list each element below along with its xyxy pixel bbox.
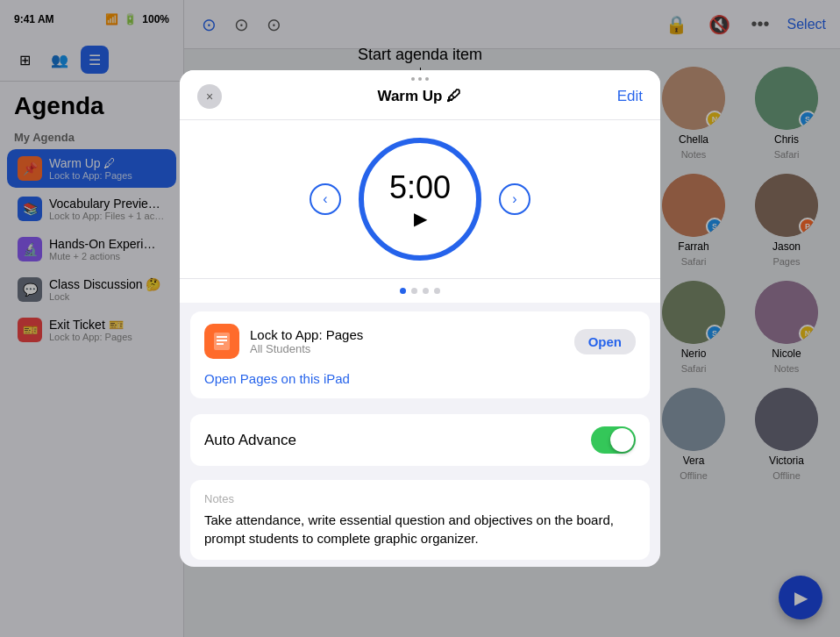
open-button[interactable]: Open — [574, 329, 636, 354]
agenda-modal: × Warm Up 🖊 Edit ‹ 5:00 ▶ › — [180, 70, 660, 567]
timer-next-button[interactable]: › — [499, 183, 530, 215]
modal-close-button[interactable]: × — [197, 84, 222, 109]
lock-app-subtitle: All Students — [250, 342, 564, 355]
open-pages-link[interactable]: Open Pages on this iPad — [190, 371, 650, 398]
auto-advance-toggle[interactable] — [591, 426, 636, 454]
lock-app-row: Lock to App: Pages All Students Open — [190, 311, 650, 371]
lock-app-title: Lock to App: Pages — [250, 327, 564, 342]
action-section: Lock to App: Pages All Students Open Ope… — [190, 311, 650, 398]
timer-circle[interactable]: 5:00 ▶ — [359, 138, 481, 261]
modal-overlay[interactable]: Start agenda item × Warm Up 🖊 Edit ‹ 5:0… — [0, 0, 840, 637]
auto-advance-section: Auto Advance — [190, 414, 650, 466]
timer-dot-4 — [434, 288, 440, 294]
toggle-knob — [610, 428, 634, 452]
drag-handle — [411, 77, 429, 81]
timer-dot-1 — [400, 288, 406, 294]
timer-page-dots — [180, 279, 660, 303]
pages-app-icon — [204, 324, 239, 359]
timer-play-icon: ▶ — [414, 208, 427, 229]
modal-edit-button[interactable]: Edit — [617, 88, 643, 105]
timer-dot-3 — [423, 288, 429, 294]
notes-text: Take attendance, write essential questio… — [204, 511, 636, 548]
callout-label: Start agenda item — [358, 46, 482, 64]
auto-advance-label: Auto Advance — [204, 432, 296, 449]
timer-prev-button[interactable]: ‹ — [310, 183, 341, 215]
pages-icon-svg — [211, 331, 232, 352]
modal-title: Warm Up 🖊 — [377, 88, 461, 105]
lock-app-text: Lock to App: Pages All Students — [250, 327, 564, 355]
notes-label: Notes — [204, 492, 636, 505]
timer-display: 5:00 — [389, 169, 451, 206]
timer-section: ‹ 5:00 ▶ › — [180, 120, 660, 279]
timer-dot-2 — [411, 288, 417, 294]
notes-section: Notes Take attendance, write essential q… — [190, 480, 650, 560]
